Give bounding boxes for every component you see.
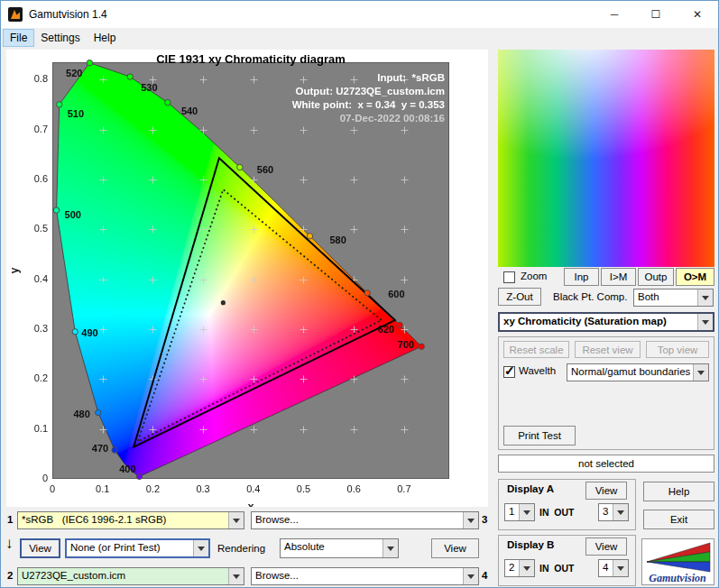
print-test-select[interactable]: None (or Print Test) — [65, 538, 210, 558]
chevron-down-icon[interactable] — [228, 568, 244, 584]
row-index-3-label: 3 — [482, 514, 487, 525]
chart-info-whitepoint: White point: x = 0.34 y = 0.353 — [169, 98, 445, 112]
rendering-label: Rendering — [217, 543, 265, 554]
zoom-label: Zoom — [521, 271, 547, 281]
browse-input-select[interactable]: Browse... — [251, 511, 479, 529]
black-pt-comp-label: Black Pt. Comp. — [553, 291, 627, 302]
view-mode-value: xy Chromaticity (Saturation map) — [500, 314, 697, 330]
app-icon — [8, 7, 23, 22]
chevron-down-icon[interactable] — [693, 364, 708, 381]
chevron-down-icon[interactable] — [519, 504, 534, 520]
row-index-1-label: 1 — [7, 514, 13, 525]
zoom-checkbox[interactable] — [503, 271, 515, 283]
minimize-button[interactable]: ─ — [594, 1, 635, 28]
output-profile-value: U2723QE_custom.icm — [18, 568, 228, 584]
window-controls: ─ ☐ ✕ — [594, 1, 718, 28]
display-b-view-button[interactable]: View — [585, 537, 627, 556]
display-a-out-value: 3 — [599, 504, 613, 520]
display-b-inout-label: IN OUT — [539, 563, 575, 574]
input-profile-select[interactable]: *sRGB (IEC6 1996-2.1 sRGB) — [17, 511, 244, 529]
print-test-select-value: None (or Print Test) — [67, 540, 193, 556]
reset-scale-button[interactable]: Reset scale — [503, 341, 569, 358]
chevron-down-icon[interactable] — [463, 512, 478, 528]
close-button[interactable]: ✕ — [677, 1, 718, 28]
chart-title: CIE 1931 xy Chromaticity diagram — [52, 52, 449, 66]
display-b-title: Display B — [507, 539, 554, 550]
display-b-in-select[interactable]: 2 — [504, 559, 535, 577]
input-to-monitor-button[interactable]: I>M — [601, 268, 636, 286]
display-a-in-value: 1 — [505, 504, 519, 520]
chevron-down-icon[interactable] — [383, 539, 398, 557]
chevron-down-icon[interactable] — [228, 512, 244, 528]
saturation-map-image — [498, 50, 714, 267]
selection-status: not selected — [498, 455, 714, 473]
wavelth-label: Wavelth — [519, 365, 556, 376]
chevron-down-icon[interactable] — [697, 289, 713, 306]
reset-view-button[interactable]: Reset view — [575, 341, 641, 358]
gamutvision-window: Gamutvision 1.4 ─ ☐ ✕ File Settings Help… — [0, 0, 719, 588]
chart-info-output: Output: U2723QE_custom.icm — [169, 85, 445, 98]
chart-info-input: Input: *sRGB — [169, 71, 445, 85]
chevron-down-icon[interactable] — [463, 568, 478, 584]
chevron-down-icon[interactable] — [697, 314, 713, 330]
view-mode-select[interactable]: xy Chromaticity (Saturation map) — [498, 312, 714, 332]
black-pt-comp-select[interactable]: Both — [633, 289, 714, 307]
logo-text: Gamutvision — [649, 572, 706, 584]
z-out-button[interactable]: Z-Out — [498, 288, 541, 306]
display-a-in-select[interactable]: 1 — [504, 503, 535, 521]
input-profile-value: *sRGB (IEC6 1996-2.1 sRGB) — [18, 512, 228, 528]
chevron-down-icon[interactable] — [613, 560, 628, 576]
top-view-button[interactable]: Top view — [646, 341, 709, 358]
exit-button[interactable]: Exit — [643, 510, 714, 529]
black-pt-comp-value: Both — [634, 289, 697, 306]
wavelth-mode-value: Normal/gamut boundaries — [567, 364, 693, 381]
inp-button[interactable]: Inp — [564, 268, 599, 286]
browse-output-value: Browse... — [252, 568, 463, 584]
print-test-button[interactable]: Print Test — [503, 426, 576, 446]
window-title: Gamutvision 1.4 — [29, 8, 107, 21]
help-button[interactable]: Help — [643, 482, 714, 501]
display-b-out-select[interactable]: 4 — [598, 559, 629, 577]
row-index-4-label: 4 — [482, 570, 487, 581]
outp-button[interactable]: Outp — [638, 268, 674, 286]
chromaticity-chart-panel: CIE 1931 xy Chromaticity diagram Input: … — [6, 50, 488, 507]
chart-info-block: Input: *sRGB Output: U2723QE_custom.icm … — [169, 71, 445, 125]
display-b-in-value: 2 — [505, 560, 519, 576]
chevron-down-icon[interactable] — [193, 540, 208, 556]
chart-info-date: 07-Dec-2022 00:08:16 — [169, 112, 445, 125]
wavelth-mode-select[interactable]: Normal/gamut boundaries — [567, 363, 709, 381]
maximize-button[interactable]: ☐ — [635, 1, 677, 28]
view-output-button[interactable]: View — [431, 538, 479, 558]
titlebar: Gamutvision 1.4 ─ ☐ ✕ — [1, 1, 718, 28]
menu-help[interactable]: Help — [88, 30, 123, 46]
display-a-out-select[interactable]: 3 — [598, 503, 629, 521]
browse-output-select[interactable]: Browse... — [251, 567, 479, 585]
rendering-intent-select[interactable]: Absolute — [280, 538, 399, 558]
display-a-view-button[interactable]: View — [585, 482, 627, 500]
display-a-title: Display A — [507, 483, 554, 494]
menu-settings[interactable]: Settings — [34, 30, 86, 46]
display-a-inout-label: IN OUT — [539, 507, 575, 518]
gamutvision-logo: Gamutvision — [641, 538, 714, 585]
chevron-down-icon[interactable] — [519, 560, 534, 576]
display-b-out-value: 4 — [599, 560, 613, 576]
flow-down-arrow-icon: ↓ — [5, 535, 14, 553]
chevron-down-icon[interactable] — [613, 504, 628, 520]
output-to-monitor-button[interactable]: O>M — [676, 268, 714, 286]
menu-file[interactable]: File — [4, 30, 33, 46]
browse-input-value: Browse... — [252, 512, 463, 528]
menubar: File Settings Help — [1, 28, 718, 48]
wavelth-checkbox[interactable] — [503, 366, 515, 378]
view-input-button[interactable]: View — [20, 538, 60, 558]
row-index-2-label: 2 — [7, 570, 13, 581]
output-profile-select[interactable]: U2723QE_custom.icm — [17, 567, 244, 585]
rendering-intent-value: Absolute — [281, 539, 383, 557]
